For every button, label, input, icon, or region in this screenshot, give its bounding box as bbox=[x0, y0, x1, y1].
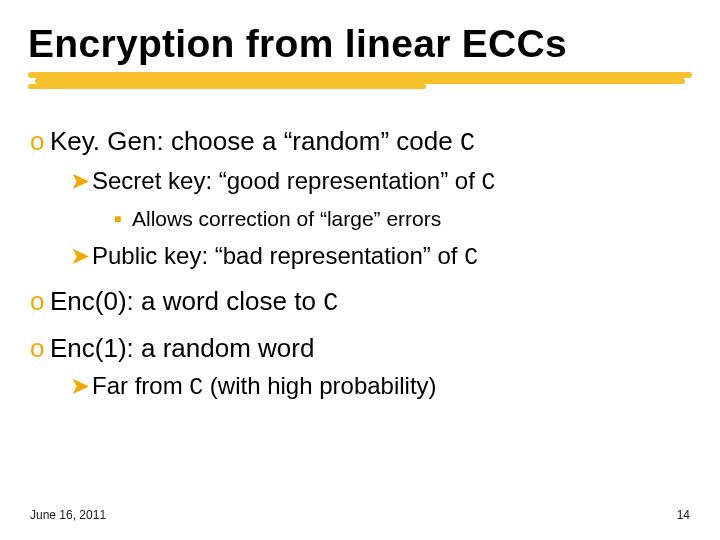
list-item: ➤Public key: “bad representation” of C bbox=[70, 240, 690, 274]
list-item: ➤Secret key: “good representation” of C bbox=[70, 165, 690, 199]
arrow-bullet-icon: ➤ bbox=[70, 370, 92, 402]
arrow-bullet-icon: ➤ bbox=[70, 165, 92, 197]
title-underline bbox=[28, 72, 692, 96]
circle-bullet-icon: o bbox=[30, 124, 50, 159]
list-item: oEnc(1): a random word bbox=[30, 331, 690, 366]
item-text: Far from C (with high probability) bbox=[92, 372, 437, 399]
item-text: Key. Gen: choose a “random” code C bbox=[50, 126, 475, 156]
arrow-bullet-icon: ➤ bbox=[70, 240, 92, 272]
slide-body: oKey. Gen: choose a “random” code C ➤Sec… bbox=[30, 118, 690, 406]
list-item: ■Allows correction of “large” errors bbox=[114, 205, 690, 232]
list-item: oEnc(0): a word close to C bbox=[30, 284, 690, 321]
footer-date: June 16, 2011 bbox=[30, 508, 106, 522]
item-text: Allows correction of “large” errors bbox=[132, 207, 441, 230]
item-text: Public key: “bad representation” of C bbox=[92, 242, 478, 269]
list-item: ➤Far from C (with high probability) bbox=[70, 370, 690, 404]
item-text: Enc(0): a word close to C bbox=[50, 286, 338, 316]
circle-bullet-icon: o bbox=[30, 284, 50, 319]
item-text: Enc(1): a random word bbox=[50, 333, 314, 363]
square-bullet-icon: ■ bbox=[114, 212, 132, 228]
slide: Encryption from linear ECCs oKey. Gen: c… bbox=[0, 0, 720, 540]
page-number: 14 bbox=[677, 508, 690, 522]
item-text: Secret key: “good representation” of C bbox=[92, 167, 495, 194]
circle-bullet-icon: o bbox=[30, 331, 50, 366]
list-item: oKey. Gen: choose a “random” code C bbox=[30, 124, 690, 161]
slide-title: Encryption from linear ECCs bbox=[28, 22, 700, 66]
